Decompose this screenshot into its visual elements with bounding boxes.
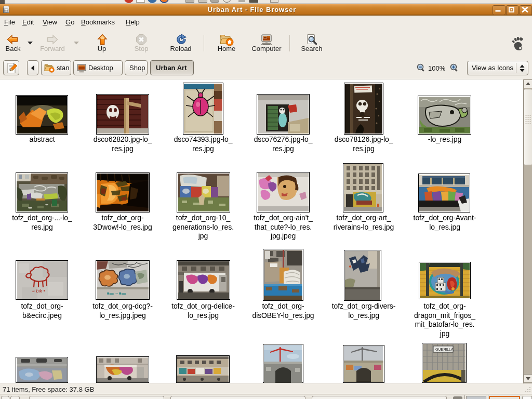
svg-text:» bik •: » bik • — [32, 288, 45, 294]
svg-text:■▬ ～■▬: ■▬ ～■▬ — [107, 291, 126, 296]
svg-text:GUEЯILLA: GUEЯILLA — [435, 348, 454, 351]
